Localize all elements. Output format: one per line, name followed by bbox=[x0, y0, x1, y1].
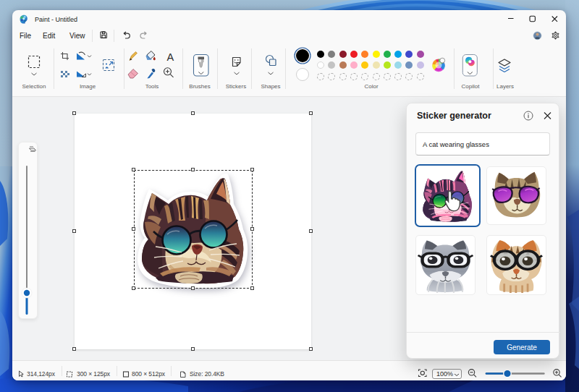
svg-text:A: A bbox=[167, 51, 174, 63]
